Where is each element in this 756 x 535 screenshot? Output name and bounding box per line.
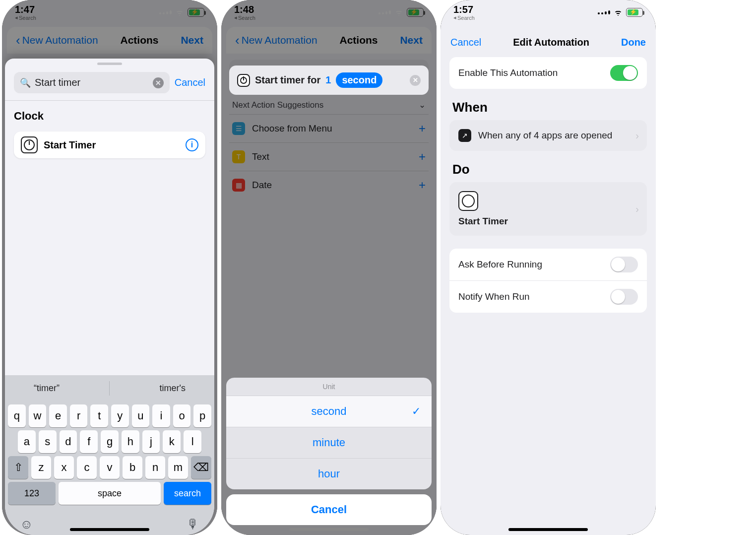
- ask-before-running-toggle[interactable]: [610, 257, 638, 272]
- clock-icon: [237, 74, 250, 87]
- picker-option-hour[interactable]: hour: [226, 458, 432, 489]
- key-r[interactable]: r: [70, 404, 88, 427]
- clock-icon: [458, 191, 478, 211]
- ask-before-running-label: Ask Before Running: [458, 259, 542, 270]
- key-j[interactable]: j: [142, 430, 160, 453]
- clock-icon: [21, 136, 38, 153]
- key-i[interactable]: i: [152, 404, 170, 427]
- panel-1: 1:47 ◂ Search ⚡ ‹New Automation Actions …: [2, 0, 217, 535]
- section-do: Do: [452, 162, 644, 177]
- search-cancel[interactable]: Cancel: [175, 77, 205, 88]
- wifi-icon: [613, 9, 623, 16]
- key-q[interactable]: q: [8, 404, 26, 427]
- notify-when-run-label: Notify When Run: [458, 291, 530, 302]
- do-action-label: Start Timer: [458, 216, 508, 227]
- enable-automation-row: Enable This Automation: [449, 57, 647, 89]
- key-t[interactable]: t: [90, 404, 108, 427]
- nav-bar: Cancel Edit Automation Done: [441, 25, 656, 57]
- back-to-search[interactable]: ◂ Search: [453, 14, 475, 21]
- key-h[interactable]: h: [122, 430, 139, 453]
- key-x[interactable]: x: [54, 456, 74, 479]
- panel-3: 1:57 ◂ Search ⚡ Cancel Edit Automation D…: [441, 0, 656, 535]
- when-description: When any of 4 apps are opened: [478, 130, 612, 141]
- search-input[interactable]: 🔍 Start timer ✕: [14, 72, 170, 93]
- enable-automation-toggle[interactable]: [610, 65, 638, 81]
- key-l[interactable]: l: [184, 430, 201, 453]
- key-s[interactable]: s: [39, 430, 57, 453]
- info-icon[interactable]: i: [186, 138, 198, 151]
- run-options-list: Ask Before Running Notify When Run: [449, 249, 647, 313]
- picker-option-second[interactable]: second ✓: [226, 396, 432, 427]
- search-value: Start timer: [35, 77, 80, 88]
- result-label: Start Timer: [44, 139, 96, 151]
- picker-cancel-button[interactable]: Cancel: [226, 494, 432, 525]
- key-f[interactable]: f: [80, 430, 98, 453]
- when-trigger-row[interactable]: When any of 4 apps are opened ›: [449, 120, 647, 151]
- chevron-right-icon: ›: [635, 130, 639, 141]
- panel-2: 1:48 ◂ Search ⚡ ‹New Automation Actions …: [221, 0, 437, 535]
- emoji-key[interactable]: ☺: [20, 517, 33, 532]
- do-action-row[interactable]: Start Timer ›: [449, 182, 647, 236]
- space-key[interactable]: space: [59, 482, 161, 505]
- status-bar: 1:57 ◂ Search ⚡: [441, 0, 656, 25]
- key-m[interactable]: m: [168, 456, 188, 479]
- done-button[interactable]: Done: [621, 37, 646, 48]
- key-y[interactable]: y: [111, 404, 129, 427]
- remove-action-icon[interactable]: ✕: [410, 75, 421, 86]
- home-indicator[interactable]: [70, 528, 149, 531]
- result-start-timer[interactable]: Start Timer i: [14, 132, 205, 158]
- key-e[interactable]: e: [49, 404, 67, 427]
- section-when: When: [452, 100, 644, 115]
- key-p[interactable]: p: [193, 404, 211, 427]
- clear-icon[interactable]: ✕: [153, 77, 164, 88]
- keyboard: “timer” timer's q w e r t y u i o: [5, 375, 214, 535]
- key-o[interactable]: o: [173, 404, 191, 427]
- key-a[interactable]: a: [18, 430, 36, 453]
- picker-option-minute[interactable]: minute: [226, 427, 432, 458]
- key-v[interactable]: v: [100, 456, 120, 479]
- key-u[interactable]: u: [132, 404, 150, 427]
- search-key[interactable]: search: [164, 482, 211, 505]
- app-open-icon: [458, 129, 471, 142]
- section-header-clock: Clock: [5, 101, 214, 132]
- action-block-start-timer-highlighted[interactable]: Start timer for 1 second ✕: [229, 66, 429, 95]
- key-g[interactable]: g: [101, 430, 119, 453]
- status-time: 1:57: [453, 4, 473, 15]
- key-c[interactable]: c: [77, 456, 97, 479]
- key-n[interactable]: n: [145, 456, 165, 479]
- prediction-1[interactable]: “timer”: [26, 381, 67, 396]
- cancel-button[interactable]: Cancel: [450, 37, 481, 48]
- nav-title: Edit Automation: [513, 37, 589, 48]
- battery-icon: ⚡: [626, 8, 643, 17]
- key-d[interactable]: d: [60, 430, 77, 453]
- key-z[interactable]: z: [31, 456, 51, 479]
- unit-picker: Unit second ✓ minute hour Cancel: [226, 378, 432, 525]
- key-b[interactable]: b: [123, 456, 142, 479]
- numbers-key[interactable]: 123: [8, 482, 56, 505]
- key-k[interactable]: k: [163, 430, 181, 453]
- search-sheet: 🔍 Start timer ✕ Cancel Clock Start Timer…: [5, 59, 214, 535]
- key-w[interactable]: w: [29, 404, 47, 427]
- backspace-key[interactable]: ⌫: [191, 456, 211, 479]
- home-indicator[interactable]: [289, 528, 369, 531]
- chevron-right-icon: ›: [635, 203, 639, 215]
- home-indicator[interactable]: [508, 528, 588, 531]
- enable-automation-label: Enable This Automation: [458, 67, 558, 78]
- dictation-key[interactable]: 🎙: [187, 517, 199, 532]
- notify-when-run-toggle[interactable]: [610, 289, 638, 305]
- sheet-handle[interactable]: [97, 63, 122, 65]
- shift-key[interactable]: ⇧: [8, 456, 28, 479]
- checkmark-icon: ✓: [412, 405, 421, 418]
- prediction-2[interactable]: timer's: [151, 381, 193, 396]
- picker-title: Unit: [226, 378, 432, 396]
- search-icon: 🔍: [20, 77, 31, 88]
